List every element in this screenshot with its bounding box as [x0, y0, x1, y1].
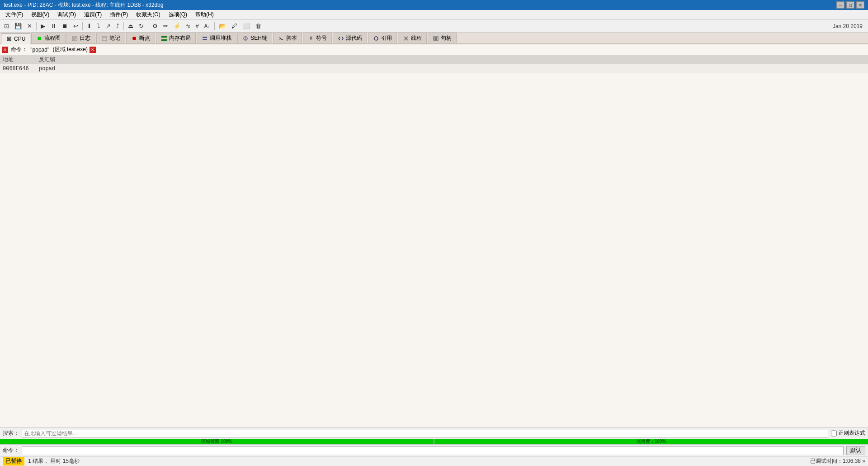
- tab-notes-label: 笔记: [109, 34, 120, 42]
- close-button[interactable]: ✕: [856, 1, 864, 9]
- progressbar: 区域筛索 100% 光滑度：100%: [0, 439, 868, 444]
- status-paused: 已暂停: [3, 457, 24, 466]
- notes-icon: [101, 35, 108, 42]
- main-content: 地址 反汇编 0068E646 popad: [0, 55, 868, 427]
- toolbar-open[interactable]: ⊡: [2, 21, 11, 31]
- menu-help[interactable]: 帮助(H): [192, 10, 217, 19]
- toolbar-restart[interactable]: ↩: [71, 21, 80, 31]
- tab-callstack-label: 调用堆栈: [210, 34, 231, 42]
- tab-log[interactable]: 日志: [66, 33, 95, 43]
- toolbar: ⊡ 💾 ✕ ▶ ⏸ ⏹ ↩ ⬇ ⤵ ↗ ⤴ ⏏ ↻ ⚙ ✏ ⚡ fx # A₊ …: [0, 20, 868, 33]
- tab-symbol[interactable]: # 符号: [303, 33, 332, 43]
- regex-checkbox[interactable]: 正则表达式: [831, 429, 865, 438]
- log-icon: [71, 35, 78, 42]
- searchbar: 搜索： 正则表达式: [0, 427, 868, 439]
- tab-handle-label: 句柄: [441, 34, 452, 42]
- tab-source[interactable]: 源代码: [333, 33, 367, 43]
- regex-label: 正则表达式: [838, 429, 865, 437]
- cell-code: popad: [36, 66, 868, 72]
- toolbar-run[interactable]: ▶: [38, 21, 47, 31]
- memory-icon: [161, 35, 167, 42]
- cmd-input[interactable]: [22, 446, 844, 455]
- toolbar-settings[interactable]: ⚙: [150, 21, 160, 31]
- tab-seh[interactable]: SEH链: [237, 33, 272, 43]
- toolbar-step-out[interactable]: ↗: [104, 21, 113, 31]
- toolbar-execute-til-return[interactable]: ⏏: [126, 21, 136, 31]
- thread-icon: [403, 35, 409, 42]
- svg-rect-6: [102, 36, 107, 41]
- col-disasm: 反汇编: [36, 56, 868, 63]
- tab-reference[interactable]: 引用: [368, 33, 397, 43]
- menu-plugins[interactable]: 插件(P): [106, 10, 132, 19]
- titlebar-title: test.exe - PID: 28AC - 模块: test.exe - 线程…: [4, 1, 163, 9]
- toolbar-stop[interactable]: ⏹: [60, 21, 70, 31]
- cmdbar-region-close[interactable]: ✕: [90, 47, 96, 53]
- tab-breakpoints-label: 断点: [139, 34, 150, 42]
- tab-notes[interactable]: 笔记: [96, 33, 125, 43]
- toolbar-fx[interactable]: fx: [184, 21, 193, 31]
- search-input[interactable]: [22, 429, 828, 438]
- tab-script[interactable]: 脚本: [273, 33, 302, 43]
- cell-address: 0068E646: [0, 66, 36, 72]
- toolbar-animate[interactable]: ↻: [137, 21, 146, 31]
- toolbar-patch[interactable]: ⚡: [171, 21, 183, 31]
- sep4: [148, 22, 148, 30]
- tab-callstack[interactable]: 调用堆栈: [197, 33, 236, 43]
- default-button[interactable]: 默认: [846, 446, 865, 455]
- toolbar-hash[interactable]: #: [193, 21, 201, 31]
- tab-flowgraph[interactable]: 流程图: [31, 33, 66, 43]
- svg-rect-9: [203, 39, 207, 40]
- toolbar-step-into[interactable]: ⬇: [85, 21, 94, 31]
- toolbar-step-over[interactable]: ⤵: [95, 21, 103, 31]
- table-row[interactable]: 0068E646 popad: [0, 64, 868, 73]
- cmd-label: 命令：: [3, 447, 19, 454]
- menu-debug[interactable]: 调试(D): [54, 10, 80, 19]
- toolbar-run-to-cursor[interactable]: ⤴: [114, 21, 122, 31]
- script-icon: [278, 35, 284, 42]
- progress-left: 区域筛索 100%: [0, 439, 434, 444]
- datetime: Jan 20 2019: [833, 23, 866, 29]
- toolbar-font[interactable]: A₊: [202, 21, 212, 31]
- toolbar-clear[interactable]: 🗑: [253, 21, 264, 31]
- sep2: [82, 22, 83, 30]
- progress-right-bar: 光滑度：100%: [434, 439, 868, 444]
- menu-file[interactable]: 文件(F): [2, 10, 27, 19]
- cmdbar-region: (区域 test.exe): [53, 46, 88, 53]
- progress-left-bar: 区域筛索 100%: [0, 439, 434, 444]
- titlebar: test.exe - PID: 28AC - 模块: test.exe - 线程…: [0, 0, 868, 10]
- toolbar-close[interactable]: ✕: [25, 21, 34, 31]
- tab-handle[interactable]: 句柄: [428, 33, 457, 43]
- minimize-button[interactable]: ─: [836, 1, 844, 9]
- menu-options[interactable]: 选项(Q): [165, 10, 191, 19]
- search-label: 搜索：: [3, 429, 19, 437]
- symbol-icon: #: [308, 35, 314, 42]
- tab-source-label: 源代码: [346, 34, 362, 42]
- menu-view[interactable]: 视图(V): [28, 10, 53, 19]
- maximize-button[interactable]: □: [846, 1, 854, 9]
- toolbar-edit[interactable]: ✏: [161, 21, 170, 31]
- regex-check[interactable]: [831, 429, 837, 438]
- tab-thread[interactable]: 线程: [398, 33, 427, 43]
- toolbar-pause[interactable]: ⏸: [48, 21, 59, 31]
- menu-favorites[interactable]: 收藏夹(O): [132, 10, 164, 19]
- toolbar-write[interactable]: 🖊: [229, 21, 240, 31]
- tabbar: CPU 流程图 日志 笔记: [0, 33, 868, 44]
- seh-icon: [242, 35, 249, 42]
- menu-trace[interactable]: 追踪(T): [80, 10, 105, 19]
- progress-left-label: 区域筛索 100%: [201, 439, 232, 444]
- tab-thread-label: 线程: [411, 34, 422, 42]
- toolbar-save[interactable]: 💾: [12, 21, 24, 31]
- toolbar-highlight[interactable]: ⬜: [241, 21, 252, 31]
- sep1: [36, 22, 37, 30]
- progress-right: 光滑度：100%: [434, 439, 868, 444]
- tab-breakpoints[interactable]: 断点: [126, 33, 155, 43]
- cmd-input-bar: 命令： 默认: [0, 444, 868, 456]
- disasm-header: 地址 反汇编: [0, 55, 868, 64]
- col-address: 地址: [0, 56, 36, 63]
- tab-cpu[interactable]: CPU: [1, 33, 30, 44]
- content-area: [0, 73, 868, 427]
- tab-memory[interactable]: 内存布局: [156, 33, 196, 43]
- tab-cpu-label: CPU: [14, 36, 25, 42]
- cmdbar-close-button[interactable]: ✕: [2, 47, 8, 53]
- toolbar-folder[interactable]: 📂: [217, 21, 228, 31]
